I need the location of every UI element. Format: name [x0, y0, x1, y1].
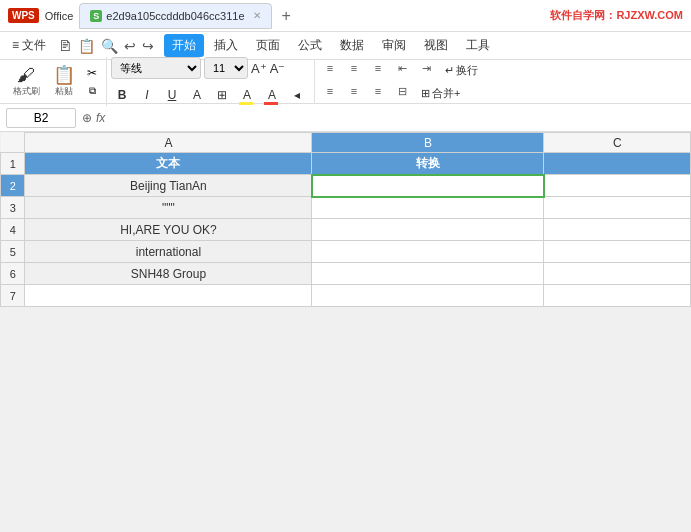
wps-logo: WPS [8, 8, 39, 23]
cell-r2-cc[interactable] [544, 175, 691, 197]
cell-r6-cb[interactable] [312, 263, 544, 285]
toolbar-icon-1[interactable]: 🖹 [56, 38, 74, 54]
cell-r6-cc[interactable] [544, 263, 691, 285]
toolbar: 🖌 格式刷 📋 粘贴 ✂ ⧉ 等线 11 A⁺ A⁻ [0, 60, 691, 104]
cell-r1-cc[interactable] [544, 153, 691, 175]
format-brush-button[interactable]: 🖌 格式刷 [8, 63, 44, 101]
cell-r6-ca[interactable]: SNH48 Group [25, 263, 312, 285]
col-header-c[interactable]: C [544, 133, 691, 153]
font-increase-button[interactable]: A⁺ [251, 61, 267, 76]
more-format-button[interactable]: ◂ [286, 84, 308, 106]
fill-button[interactable]: A [236, 84, 258, 106]
wrap-button[interactable]: ↵ 换行 [439, 60, 484, 81]
cell-r7-cc[interactable] [544, 285, 691, 307]
tab-close-icon[interactable]: ✕ [253, 10, 261, 21]
formula-input[interactable] [111, 108, 685, 128]
column-header-row: A B C [1, 133, 691, 153]
fx-icon: fx [96, 111, 105, 125]
menu-file[interactable]: ≡ 文件 [4, 34, 54, 57]
cell-r3-ca[interactable]: """ [25, 197, 312, 219]
formula-icons: ⊕ fx [82, 111, 105, 125]
copy-button[interactable]: ⧉ [84, 83, 100, 99]
active-tab[interactable]: S e2d9a105ccdddb046cc311e ✕ [79, 3, 271, 29]
cell-r4-cb[interactable] [312, 219, 544, 241]
menu-insert[interactable]: 插入 [206, 34, 246, 57]
cut-button[interactable]: ✂ [84, 65, 100, 81]
italic-button[interactable]: I [136, 84, 158, 106]
row-header-7[interactable]: 7 [1, 285, 25, 307]
merge-label: 合并+ [432, 86, 460, 101]
bold-button[interactable]: B [111, 84, 133, 106]
toolbar-group-align: ≡ ≡ ≡ ⇤ ⇥ ↵ 换行 ≡ ≡ ≡ ⊟ ⊞ 合并+ [314, 60, 488, 104]
cell-r5-cc[interactable] [544, 241, 691, 263]
cell-reference-input[interactable]: B2 [6, 108, 76, 128]
toolbar-icon-5[interactable]: ↪ [140, 38, 156, 54]
font-color-button[interactable]: A [261, 84, 283, 106]
wrap-icon: ↵ [445, 64, 454, 77]
cell-r2-cb[interactable] [312, 175, 544, 197]
col-header-a[interactable]: A [25, 133, 312, 153]
toolbar-icon-3[interactable]: 🔍 [99, 38, 120, 54]
align-bot-center-button[interactable]: ≡ [343, 83, 365, 100]
align-distribute-button[interactable]: ⊟ [391, 83, 413, 100]
menu-page[interactable]: 页面 [248, 34, 288, 57]
title-bar-left: WPS Office S e2d9a105ccdddb046cc311e ✕ + [8, 3, 295, 29]
format-brush-label: 格式刷 [13, 85, 40, 98]
table-row: 6SNH48 Group [1, 263, 691, 285]
cell-r5-ca[interactable]: international [25, 241, 312, 263]
col-header-b[interactable]: B [312, 133, 544, 153]
align-bot-right-button[interactable]: ≡ [367, 83, 389, 100]
row-header-2[interactable]: 2 [1, 175, 25, 197]
cell-r2-ca[interactable]: Beijing TianAn [25, 175, 312, 197]
merge-button[interactable]: ⊞ 合并+ [415, 83, 466, 104]
format-brush-icon: 🖌 [17, 66, 35, 84]
toolbar-icon-2[interactable]: 📋 [76, 38, 97, 54]
menu-start[interactable]: 开始 [164, 34, 204, 57]
font-row1: 等线 11 A⁺ A⁻ [111, 57, 308, 79]
corner-cell [1, 133, 25, 153]
merge-icon: ⊞ [421, 87, 430, 100]
paste-button[interactable]: 📋 粘贴 [46, 63, 82, 101]
align-bot-left-button[interactable]: ≡ [319, 83, 341, 100]
align-top-right-button[interactable]: ≡ [367, 60, 389, 77]
font-name-select[interactable]: 等线 [111, 57, 201, 79]
align-top-left-button[interactable]: ≡ [319, 60, 341, 77]
cell-r5-cb[interactable] [312, 241, 544, 263]
row-header-6[interactable]: 6 [1, 263, 25, 285]
align-top-center-button[interactable]: ≡ [343, 60, 365, 77]
cell-r4-cc[interactable] [544, 219, 691, 241]
menu-data[interactable]: 数据 [332, 34, 372, 57]
border-button[interactable]: ⊞ [211, 84, 233, 106]
menu-formula[interactable]: 公式 [290, 34, 330, 57]
formula-bar: B2 ⊕ fx [0, 104, 691, 132]
cell-r7-cb[interactable] [312, 285, 544, 307]
indent-decrease-button[interactable]: ⇤ [391, 60, 413, 77]
new-tab-button[interactable]: + [278, 7, 295, 25]
menu-bar: ≡ 文件 🖹 📋 🔍 ↩ ↪ 开始 插入 页面 公式 数据 审阅 视图 工具 [0, 32, 691, 60]
font-decrease-button[interactable]: A⁻ [270, 61, 286, 76]
row-header-1[interactable]: 1 [1, 153, 25, 175]
cell-r3-cb[interactable] [312, 197, 544, 219]
menu-view[interactable]: 视图 [416, 34, 456, 57]
row-header-3[interactable]: 3 [1, 197, 25, 219]
indent-increase-button[interactable]: ⇥ [415, 60, 437, 77]
cell-r3-cc[interactable] [544, 197, 691, 219]
menu-tools[interactable]: 工具 [458, 34, 498, 57]
cell-r4-ca[interactable]: HI,ARE YOU OK? [25, 219, 312, 241]
row-header-4[interactable]: 4 [1, 219, 25, 241]
cell-r7-ca[interactable] [25, 285, 312, 307]
menu-review[interactable]: 审阅 [374, 34, 414, 57]
font-controls: 等线 11 A⁺ A⁻ B I U A ⊞ A A ◂ [111, 57, 308, 106]
toolbar-icon-4[interactable]: ↩ [122, 38, 138, 54]
sheet-area: A B C 1文本转换2Beijing TianAn3"""4HI,ARE YO… [0, 132, 691, 307]
table-row: 5international [1, 241, 691, 263]
table-row: 1文本转换 [1, 153, 691, 175]
table-row: 4HI,ARE YOU OK? [1, 219, 691, 241]
cell-r1-ca[interactable]: 文本 [25, 153, 312, 175]
paste-sub-buttons: ✂ ⧉ [84, 65, 100, 99]
strikethrough-button[interactable]: A [186, 84, 208, 106]
cell-r1-cb[interactable]: 转换 [312, 153, 544, 175]
font-size-select[interactable]: 11 [204, 57, 248, 79]
row-header-5[interactable]: 5 [1, 241, 25, 263]
underline-button[interactable]: U [161, 84, 183, 106]
